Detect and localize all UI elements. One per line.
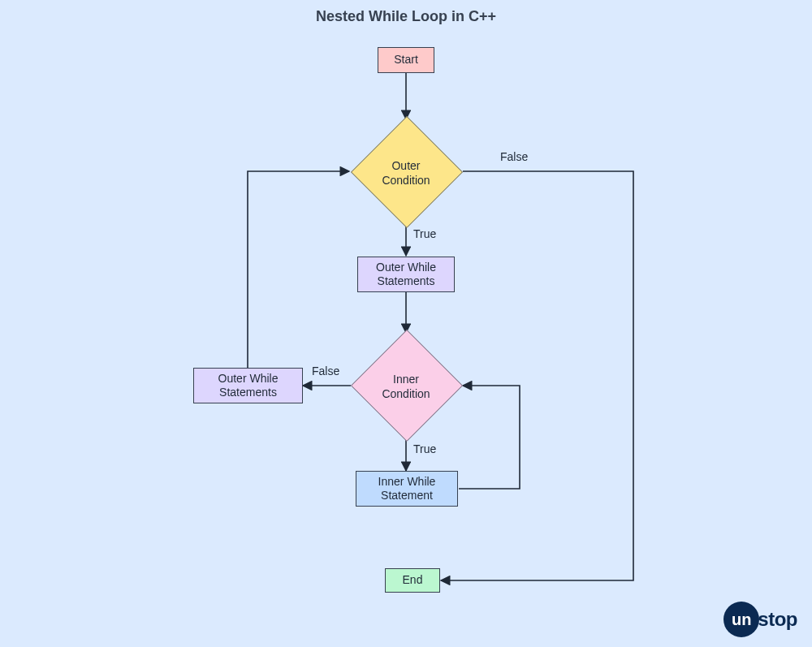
logo-text: stop xyxy=(758,608,797,631)
inner-condition-label: InnerCondition xyxy=(341,373,471,401)
connectors xyxy=(0,0,812,647)
outer-true-label: True xyxy=(413,227,436,240)
inner-true-label: True xyxy=(413,442,436,455)
logo-circle: un xyxy=(723,602,759,637)
inner-while-statement: Inner WhileStatement xyxy=(356,471,458,507)
end-node: End xyxy=(385,568,440,593)
diagram-title: Nested While Loop in C++ xyxy=(0,8,812,25)
inner-false-label: False xyxy=(312,364,339,377)
start-node: Start xyxy=(378,47,434,73)
outer-condition-label: OuterCondition xyxy=(341,159,471,188)
outer-while-statements-top: Outer WhileStatements xyxy=(357,257,455,292)
outer-false-label: False xyxy=(500,150,528,163)
branding-logo: un stop xyxy=(723,602,797,637)
outer-while-statements-left: Outer WhileStatements xyxy=(193,368,303,403)
